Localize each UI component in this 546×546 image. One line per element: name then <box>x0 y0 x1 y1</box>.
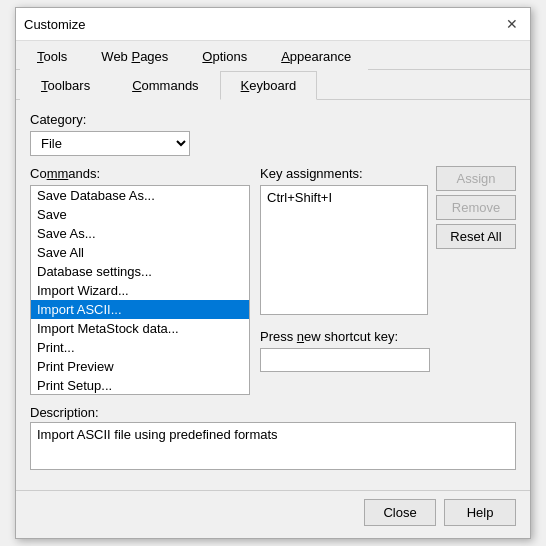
tabs-row-2: Toolbars Commands Keyboard <box>16 70 530 100</box>
close-icon[interactable]: ✕ <box>502 14 522 34</box>
key-assignment-value: Ctrl+Shift+I <box>267 190 332 205</box>
tabs-row-1: Tools Web Pages Options Appearance <box>16 41 530 70</box>
list-item[interactable]: Print... <box>31 338 249 357</box>
tab-toolbars[interactable]: Toolbars <box>20 71 111 100</box>
category-select[interactable]: File Edit View Insert Format Tools Windo… <box>30 131 190 156</box>
tab-appearance[interactable]: Appearance <box>264 42 368 70</box>
tab-keyboard[interactable]: Keyboard <box>220 71 318 100</box>
assign-button[interactable]: Assign <box>436 166 516 191</box>
commands-list[interactable]: Save Database As... Save Save As... Save… <box>30 185 250 395</box>
customize-dialog: Customize ✕ Tools Web Pages Options Appe… <box>15 7 531 539</box>
list-item[interactable]: Database settings... <box>31 262 249 281</box>
list-item[interactable]: Save All <box>31 243 249 262</box>
shortcut-label: Press new shortcut key: <box>260 329 516 344</box>
list-item[interactable]: Print Preview <box>31 357 249 376</box>
list-item-selected[interactable]: Import ASCII... <box>31 300 249 319</box>
description-value: Import ASCII file using predefined forma… <box>37 427 278 442</box>
footer: Close Help <box>16 490 530 538</box>
description-box: Import ASCII file using predefined forma… <box>30 422 516 470</box>
list-item[interactable]: Import Wizard... <box>31 281 249 300</box>
tab-tools[interactable]: Tools <box>20 42 84 70</box>
right-section: Key assignments: Ctrl+Shift+I Assign Rem… <box>260 166 516 395</box>
right-main: Key assignments: Ctrl+Shift+I <box>260 166 428 321</box>
commands-label: Commands: <box>30 166 250 181</box>
two-col-area: Commands: Save Database As... Save Save … <box>30 166 516 395</box>
shortcut-input[interactable] <box>260 348 430 372</box>
tab-options[interactable]: Options <box>185 42 264 70</box>
description-label: Description: <box>30 405 516 420</box>
shortcut-section: Press new shortcut key: <box>260 329 516 372</box>
category-label: Category: <box>30 112 516 127</box>
reset-all-button[interactable]: Reset All <box>436 224 516 249</box>
key-assignments-box[interactable]: Ctrl+Shift+I <box>260 185 428 315</box>
key-assignments-label: Key assignments: <box>260 166 428 181</box>
action-buttons: Assign Remove Reset All <box>436 166 516 321</box>
title-bar: Customize ✕ <box>16 8 530 41</box>
description-section: Description: Import ASCII file using pre… <box>30 405 516 470</box>
close-button[interactable]: Close <box>364 499 436 526</box>
tab-commands[interactable]: Commands <box>111 71 219 100</box>
list-item[interactable]: Save Database As... <box>31 186 249 205</box>
list-item[interactable]: Save <box>31 205 249 224</box>
list-item[interactable]: Print Setup... <box>31 376 249 395</box>
help-button[interactable]: Help <box>444 499 516 526</box>
commands-section: Commands: Save Database As... Save Save … <box>30 166 250 395</box>
category-row: File Edit View Insert Format Tools Windo… <box>30 131 516 156</box>
list-item[interactable]: Save As... <box>31 224 249 243</box>
remove-button[interactable]: Remove <box>436 195 516 220</box>
list-item[interactable]: Import MetaStock data... <box>31 319 249 338</box>
dialog-title: Customize <box>24 17 85 32</box>
right-area: Key assignments: Ctrl+Shift+I Assign Rem… <box>260 166 516 321</box>
tab-web-pages[interactable]: Web Pages <box>84 42 185 70</box>
dialog-content: Category: File Edit View Insert Format T… <box>16 100 530 482</box>
